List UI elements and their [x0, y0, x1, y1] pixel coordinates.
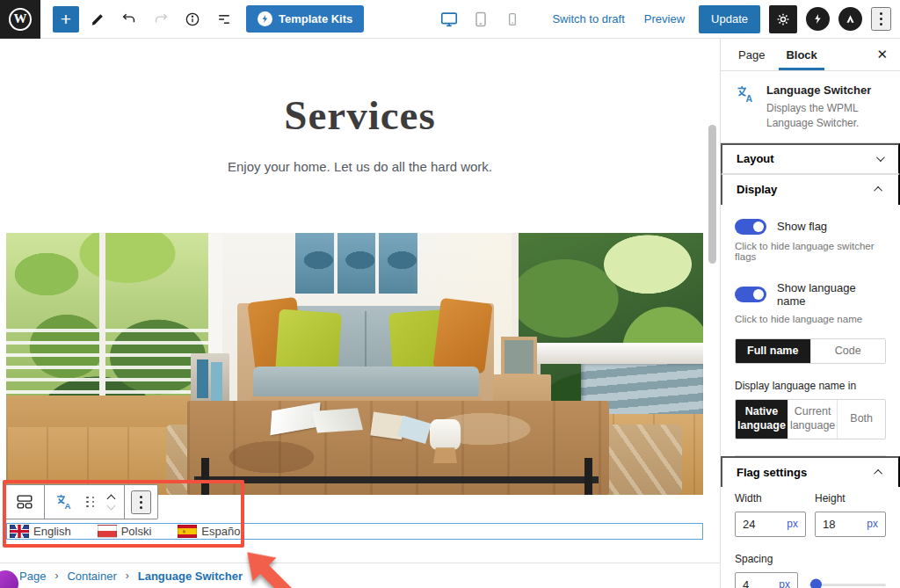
native-language-button[interactable]: Native language: [736, 400, 788, 438]
language-label: English: [33, 525, 71, 538]
envato-plugin-button[interactable]: [806, 7, 830, 31]
show-language-name-toggle[interactable]: [735, 287, 766, 302]
display-section-body: Show flag Click to hide language switche…: [721, 205, 900, 456]
list-view-button[interactable]: [211, 6, 237, 33]
drag-handle[interactable]: [84, 495, 98, 510]
flag-spain-icon: [178, 525, 197, 538]
undo-button[interactable]: [116, 6, 142, 33]
height-label: Height: [815, 492, 886, 505]
display-section-title: Display: [737, 183, 777, 196]
block-mover[interactable]: [105, 496, 118, 509]
pencil-icon: [89, 11, 106, 28]
redo-button[interactable]: [148, 6, 174, 33]
desktop-preview-button[interactable]: [436, 6, 462, 33]
breadcrumb-container[interactable]: Container: [67, 570, 116, 583]
show-flag-toggle[interactable]: [735, 219, 766, 235]
mobile-preview-button[interactable]: [499, 6, 526, 33]
flag-uk-icon: [10, 525, 29, 538]
breadcrumb: Page › Container › Language Switcher: [0, 563, 720, 588]
list-view-icon: [215, 11, 233, 28]
settings-sidebar: Page Block ✕ A Language Switcher Display…: [720, 39, 900, 588]
show-language-name-label: Show language name: [777, 281, 886, 308]
chevron-up-icon: [874, 186, 882, 195]
wordpress-menu-button[interactable]: W: [0, 0, 40, 39]
flag-poland-icon: [98, 525, 117, 538]
flag-settings-toggle[interactable]: Flag settings: [721, 456, 900, 487]
settings-toggle-button[interactable]: [769, 5, 797, 33]
picture-frame: [501, 337, 537, 377]
options-menu-button[interactable]: [871, 7, 891, 31]
tablet-icon: [472, 11, 490, 28]
language-label: Español: [201, 525, 243, 538]
slider-thumb[interactable]: [810, 579, 822, 588]
language-label: Polski: [121, 525, 152, 538]
current-language-button[interactable]: Current language: [788, 400, 838, 438]
bolt-icon: [812, 13, 824, 25]
breadcrumb-separator: ›: [126, 570, 129, 582]
container-icon: [15, 492, 34, 512]
wall-art-triptych: [295, 233, 417, 294]
plus-icon: +: [61, 10, 71, 28]
editor-scrollbar[interactable]: [708, 125, 716, 264]
breadcrumb-separator: ›: [54, 570, 58, 582]
sidebar-tabs: Page Block ✕: [721, 39, 900, 71]
both-button[interactable]: Both: [838, 400, 885, 438]
toolbar-right-group: Switch to draft Preview Update: [436, 5, 900, 33]
candle: [430, 419, 461, 451]
show-flag-label: Show flag: [777, 220, 827, 233]
svg-text:A: A: [64, 501, 70, 511]
spacing-slider[interactable]: [809, 584, 886, 586]
name-in-control: Native language Current language Both: [735, 399, 886, 439]
block-card-title: Language Switcher: [766, 83, 881, 97]
language-switcher-block[interactable]: English Polski Español: [6, 523, 703, 540]
display-name-in-label: Display language name in: [735, 380, 886, 392]
flag-spacing-input[interactable]: [743, 578, 775, 588]
language-switcher-block-button[interactable]: A: [51, 489, 77, 515]
format-full-name-button[interactable]: Full name: [736, 339, 811, 364]
details-button[interactable]: [179, 6, 206, 33]
tab-page[interactable]: Page: [728, 39, 775, 70]
layout-section-toggle[interactable]: Layout: [721, 143, 900, 174]
flag-height-input[interactable]: [823, 518, 863, 531]
name-format-control: Full name Code: [735, 338, 886, 365]
hero-image[interactable]: [6, 233, 703, 495]
tablet-preview-button[interactable]: [468, 6, 494, 33]
breadcrumb-page[interactable]: Page: [19, 570, 46, 583]
tools-button[interactable]: [84, 6, 111, 33]
template-kits-button[interactable]: Template Kits: [246, 5, 364, 33]
page-subtitle[interactable]: Enjoy your home. Let us do all the hard …: [0, 159, 720, 174]
select-parent-container-button[interactable]: [11, 489, 38, 515]
chevron-up-icon: [874, 469, 882, 478]
editor-canvas: Services Enjoy your home. Let us do all …: [0, 39, 720, 588]
block-inserter-button[interactable]: +: [53, 6, 79, 33]
flag-width-input[interactable]: [743, 518, 783, 531]
info-icon: [184, 11, 201, 28]
breadcrumb-language-switcher[interactable]: Language Switcher: [138, 570, 243, 583]
page-title[interactable]: Services: [0, 91, 720, 139]
move-down-icon[interactable]: [106, 501, 115, 510]
astra-plugin-button[interactable]: [838, 7, 862, 31]
preview-button[interactable]: Preview: [639, 9, 690, 29]
layout-section-title: Layout: [737, 152, 774, 165]
tab-block[interactable]: Block: [775, 39, 827, 70]
translate-icon: A: [54, 492, 74, 512]
show-flag-help: Click to hide language switcher flags: [735, 241, 886, 262]
spacing-label: Spacing: [735, 553, 886, 565]
switch-to-draft-button[interactable]: Switch to draft: [547, 9, 629, 29]
update-button[interactable]: Update: [699, 5, 760, 33]
spacing-unit: px: [779, 578, 790, 588]
editor-topbar: W + Template K: [0, 0, 900, 39]
flag-settings-body: Width px Height px Spacing: [721, 487, 900, 588]
template-kits-label: Template Kits: [279, 12, 352, 25]
display-section-toggle[interactable]: Display: [721, 174, 900, 205]
close-sidebar-button[interactable]: ✕: [873, 43, 891, 66]
language-item-english[interactable]: English: [10, 525, 71, 538]
language-item-polski[interactable]: Polski: [98, 525, 152, 538]
wordpress-logo-icon: W: [9, 8, 32, 31]
block-card: A Language Switcher Displays the WPML La…: [721, 71, 900, 143]
format-code-button[interactable]: Code: [811, 339, 886, 364]
close-icon: ✕: [876, 47, 888, 62]
block-options-button[interactable]: [131, 490, 151, 514]
language-item-espanol[interactable]: Español: [178, 525, 243, 538]
flag-settings-title: Flag settings: [737, 466, 807, 479]
